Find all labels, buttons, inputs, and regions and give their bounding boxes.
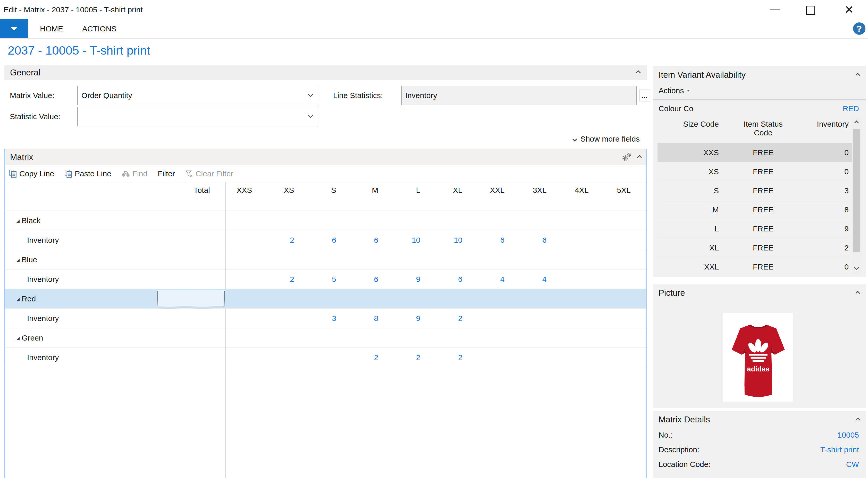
find-button[interactable]: Find <box>122 169 147 178</box>
matrix-cell[interactable]: 6 <box>478 236 520 244</box>
window-title: Edit - Matrix - 2037 - 10005 - T-shirt p… <box>4 5 143 14</box>
row-label: Inventory <box>5 314 157 323</box>
matrix-row-group-blue[interactable]: Blue <box>5 250 646 269</box>
column-header-m: M <box>352 182 394 211</box>
inventory-header: Inventory <box>804 117 851 143</box>
scrollbar-thumb[interactable] <box>853 129 860 252</box>
availability-row-xxl[interactable]: XXL FREE 0 <box>657 257 862 276</box>
matrix-grid: Total XXS XS S M L XL XXL 3XL 4XL 5XL Bl… <box>5 182 646 478</box>
group-label[interactable]: Blue <box>5 255 157 264</box>
item-picture: adidas <box>723 313 793 402</box>
customize-gears-icon[interactable] <box>622 153 632 162</box>
availability-row-xxs[interactable]: XXS FREE 0 <box>657 143 862 162</box>
show-more-fields-link[interactable]: Show more fields <box>573 134 640 144</box>
matrix-cell[interactable]: 2 <box>268 236 309 244</box>
statistic-value-label: Statistic Value: <box>10 107 60 126</box>
matrix-cell[interactable]: 2 <box>436 314 478 323</box>
copy-line-label: Copy Line <box>19 169 54 178</box>
find-label: Find <box>132 169 147 178</box>
matrix-cell[interactable]: 10 <box>394 236 436 244</box>
matrix-cell[interactable]: 3 <box>310 314 352 323</box>
collapse-chevron-icon[interactable] <box>637 155 642 160</box>
focused-cell-editor[interactable] <box>157 290 225 307</box>
availability-row-s[interactable]: S FREE 3 <box>657 181 862 200</box>
item-variant-availability-panel: Item Variant Availability Actions Colour… <box>653 66 866 277</box>
matrix-value-combobox[interactable]: Order Quantity <box>77 86 318 105</box>
scroll-up-icon[interactable] <box>854 121 859 125</box>
matrix-details-title: Matrix Details <box>658 415 710 424</box>
tab-home[interactable]: HOME <box>40 25 63 33</box>
matrix-cell[interactable]: 2 <box>394 353 436 362</box>
chevron-down-icon <box>572 137 577 141</box>
chevron-down-icon[interactable] <box>308 91 314 97</box>
tab-actions[interactable]: ACTIONS <box>82 25 117 33</box>
filter-label: Filter <box>158 169 175 178</box>
matrix-row-inventory-green: Inventory 2 2 2 <box>5 347 646 367</box>
detail-row-location-code: Location Code: CW <box>658 457 859 472</box>
statistic-value-combobox[interactable] <box>77 107 318 126</box>
row-label: Inventory <box>5 236 157 244</box>
no-value[interactable]: 10005 <box>838 431 859 439</box>
matrix-cell[interactable]: 2 <box>352 353 394 362</box>
location-code-value[interactable]: CW <box>846 460 859 469</box>
availability-row-xl[interactable]: XL FREE 2 <box>657 238 862 257</box>
minimize-button[interactable] <box>766 0 784 19</box>
collapse-chevron-icon[interactable] <box>856 417 860 422</box>
no-label: No.: <box>658 431 673 439</box>
matrix-cell[interactable]: 4 <box>478 275 520 284</box>
copy-line-button[interactable]: Copy Line <box>9 169 54 178</box>
matrix-cell[interactable]: 6 <box>436 275 478 284</box>
app-menu-button[interactable] <box>0 19 28 38</box>
general-section-header[interactable]: General <box>4 65 647 80</box>
matrix-panel: Matrix <box>4 149 647 478</box>
matrix-cell[interactable]: 4 <box>520 275 562 284</box>
collapse-chevron-icon[interactable] <box>636 70 641 75</box>
matrix-cell[interactable]: 6 <box>520 236 562 244</box>
matrix-cell[interactable]: 5 <box>310 275 352 284</box>
matrix-cell[interactable]: 9 <box>394 314 436 323</box>
matrix-row-group-red[interactable]: Red <box>5 289 646 308</box>
group-label[interactable]: Black <box>5 216 157 225</box>
actions-menu[interactable]: Actions <box>658 86 690 96</box>
matrix-cell[interactable]: 2 <box>436 353 478 362</box>
group-label[interactable]: Green <box>5 334 157 342</box>
close-button[interactable] <box>840 0 859 19</box>
scroll-down-icon[interactable] <box>854 265 859 270</box>
matrix-cell[interactable]: 6 <box>352 275 394 284</box>
scrollbar[interactable] <box>852 117 862 274</box>
matrix-row-group-green[interactable]: Green <box>5 328 646 347</box>
matrix-toolbar: Copy Line Paste Line <box>5 165 646 182</box>
matrix-row-inventory-red: Inventory 3 8 9 2 <box>5 308 646 328</box>
collapse-chevron-icon[interactable] <box>856 73 860 77</box>
matrix-cell[interactable]: 8 <box>352 314 394 323</box>
line-statistics-ellipsis-button[interactable]: ... <box>639 90 650 101</box>
paste-line-button[interactable]: Paste Line <box>64 169 111 178</box>
matrix-cell[interactable]: 10 <box>436 236 478 244</box>
matrix-cell[interactable]: 6 <box>352 236 394 244</box>
collapse-chevron-icon[interactable] <box>856 291 860 296</box>
description-value[interactable]: T-shirt print <box>820 445 859 454</box>
availability-row-xs[interactable]: XS FREE 0 <box>657 162 862 181</box>
help-icon[interactable]: ? <box>853 23 865 35</box>
column-header-5xl: 5XL <box>604 182 646 211</box>
restore-icon <box>806 6 815 15</box>
shirt-logo-text: adidas <box>747 365 769 373</box>
tshirt-image: adidas <box>726 315 790 400</box>
group-label[interactable]: Red <box>5 295 157 303</box>
matrix-cell[interactable]: 9 <box>394 275 436 284</box>
clear-filter-button[interactable]: Clear Filter <box>185 169 234 178</box>
line-statistics-field[interactable]: Inventory <box>401 86 637 105</box>
colour-code-value[interactable]: RED <box>843 104 859 113</box>
edit-matrix-window: Edit - Matrix - 2037 - 10005 - T-shirt p… <box>0 0 868 478</box>
binoculars-icon <box>122 170 130 177</box>
availability-row-l[interactable]: L FREE 9 <box>657 219 862 238</box>
matrix-section-header[interactable]: Matrix <box>5 149 646 165</box>
column-header-3xl: 3XL <box>520 182 562 211</box>
restore-button[interactable] <box>802 0 821 19</box>
availability-row-m[interactable]: M FREE 8 <box>657 200 862 219</box>
matrix-cell[interactable]: 2 <box>268 275 309 284</box>
chevron-down-icon[interactable] <box>308 112 314 118</box>
matrix-row-group-black[interactable]: Black <box>5 211 646 230</box>
matrix-cell[interactable]: 6 <box>310 236 352 244</box>
filter-button[interactable]: Filter <box>158 169 175 178</box>
